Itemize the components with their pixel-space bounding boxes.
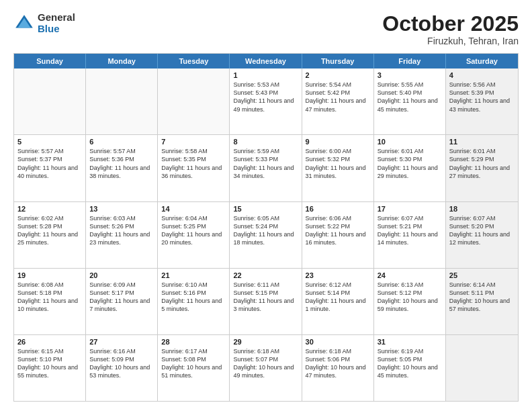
subtitle: Firuzkuh, Tehran, Iran [382,36,519,46]
day-cell: 11Sunrise: 6:01 AM Sunset: 5:29 PM Dayli… [446,135,518,201]
day-cell: 31Sunrise: 6:19 AM Sunset: 5:05 PM Dayli… [374,335,446,401]
day-header-friday: Friday [374,54,446,68]
day-cell: 21Sunrise: 6:10 AM Sunset: 5:16 PM Dayli… [158,269,230,334]
day-header-wednesday: Wednesday [230,54,302,68]
day-cell: 27Sunrise: 6:16 AM Sunset: 5:09 PM Dayli… [86,335,158,401]
day-cell: 19Sunrise: 6:08 AM Sunset: 5:18 PM Dayli… [14,269,86,334]
week-row-4: 19Sunrise: 6:08 AM Sunset: 5:18 PM Dayli… [14,268,518,334]
day-cell: 22Sunrise: 6:11 AM Sunset: 5:15 PM Dayli… [230,269,302,334]
day-number: 12 [17,205,82,213]
day-info: Sunrise: 6:07 AM Sunset: 5:21 PM Dayligh… [378,214,442,247]
week-row-5: 26Sunrise: 6:15 AM Sunset: 5:10 PM Dayli… [14,334,518,401]
header: General Blue October 2025 Firuzkuh, Tehr… [13,12,519,46]
day-number: 1 [233,71,298,79]
day-cell [14,68,86,134]
day-info: Sunrise: 6:00 AM Sunset: 5:32 PM Dayligh… [306,147,370,180]
day-info: Sunrise: 5:58 AM Sunset: 5:35 PM Dayligh… [161,147,226,180]
day-number: 26 [17,338,82,346]
calendar-body: 1Sunrise: 5:53 AM Sunset: 5:43 PM Daylig… [14,68,518,401]
day-cell: 7Sunrise: 5:58 AM Sunset: 5:35 PM Daylig… [158,135,230,201]
day-cell: 17Sunrise: 6:07 AM Sunset: 5:21 PM Dayli… [374,202,446,268]
day-cell: 13Sunrise: 6:03 AM Sunset: 5:26 PM Dayli… [86,202,158,268]
day-info: Sunrise: 6:01 AM Sunset: 5:30 PM Dayligh… [378,147,442,180]
day-cell: 16Sunrise: 6:06 AM Sunset: 5:22 PM Dayli… [302,202,374,268]
day-cell [86,68,158,134]
day-cell: 30Sunrise: 6:18 AM Sunset: 5:06 PM Dayli… [302,335,374,401]
day-number: 16 [306,205,370,213]
day-info: Sunrise: 5:56 AM Sunset: 5:39 PM Dayligh… [449,81,515,113]
logo: General Blue [13,12,75,34]
day-number: 11 [449,138,515,146]
day-cell: 25Sunrise: 6:14 AM Sunset: 5:11 PM Dayli… [446,269,518,334]
day-info: Sunrise: 5:59 AM Sunset: 5:33 PM Dayligh… [233,147,298,180]
day-number: 20 [89,271,154,279]
day-info: Sunrise: 6:18 AM Sunset: 5:06 PM Dayligh… [306,347,370,380]
calendar: SundayMondayTuesdayWednesdayThursdayFrid… [13,53,519,402]
day-cell: 26Sunrise: 6:15 AM Sunset: 5:10 PM Dayli… [14,335,86,401]
day-number: 25 [449,271,515,279]
day-number: 29 [233,338,298,346]
day-info: Sunrise: 6:17 AM Sunset: 5:08 PM Dayligh… [161,347,226,380]
day-number: 7 [161,138,226,146]
day-cell: 23Sunrise: 6:12 AM Sunset: 5:14 PM Dayli… [302,269,374,334]
day-cell: 4Sunrise: 5:56 AM Sunset: 5:39 PM Daylig… [446,68,518,134]
day-cell: 12Sunrise: 6:02 AM Sunset: 5:28 PM Dayli… [14,202,86,268]
logo-text: General Blue [38,12,75,34]
week-row-3: 12Sunrise: 6:02 AM Sunset: 5:28 PM Dayli… [14,201,518,268]
day-number: 9 [306,138,370,146]
day-cell: 28Sunrise: 6:17 AM Sunset: 5:08 PM Dayli… [158,335,230,401]
week-row-2: 5Sunrise: 5:57 AM Sunset: 5:37 PM Daylig… [14,134,518,201]
day-header-sunday: Sunday [14,54,86,68]
day-cell: 5Sunrise: 5:57 AM Sunset: 5:37 PM Daylig… [14,135,86,201]
day-cell: 8Sunrise: 5:59 AM Sunset: 5:33 PM Daylig… [230,135,302,201]
day-header-thursday: Thursday [302,54,374,68]
day-number: 17 [378,205,442,213]
day-number: 2 [306,71,370,79]
day-info: Sunrise: 6:10 AM Sunset: 5:16 PM Dayligh… [161,281,226,314]
day-header-monday: Monday [86,54,158,68]
day-info: Sunrise: 5:54 AM Sunset: 5:42 PM Dayligh… [306,81,370,113]
title-block: October 2025 Firuzkuh, Tehran, Iran [382,12,519,46]
day-info: Sunrise: 6:04 AM Sunset: 5:25 PM Dayligh… [161,214,226,247]
logo-general-label: General [38,12,75,24]
day-info: Sunrise: 6:16 AM Sunset: 5:09 PM Dayligh… [89,347,154,380]
day-info: Sunrise: 5:53 AM Sunset: 5:43 PM Dayligh… [233,81,298,113]
day-cell: 2Sunrise: 5:54 AM Sunset: 5:42 PM Daylig… [302,68,374,134]
day-info: Sunrise: 6:09 AM Sunset: 5:17 PM Dayligh… [89,281,154,314]
day-info: Sunrise: 5:57 AM Sunset: 5:36 PM Dayligh… [89,147,154,180]
logo-blue-label: Blue [38,24,75,35]
day-number: 21 [161,271,226,279]
week-row-1: 1Sunrise: 5:53 AM Sunset: 5:43 PM Daylig… [14,68,518,134]
day-number: 30 [306,338,370,346]
day-cell: 18Sunrise: 6:07 AM Sunset: 5:20 PM Dayli… [446,202,518,268]
day-cell: 9Sunrise: 6:00 AM Sunset: 5:32 PM Daylig… [302,135,374,201]
day-info: Sunrise: 6:19 AM Sunset: 5:05 PM Dayligh… [378,347,442,380]
day-number: 15 [233,205,298,213]
day-cell [158,68,230,134]
month-title: October 2025 [382,12,519,36]
day-info: Sunrise: 6:15 AM Sunset: 5:10 PM Dayligh… [17,347,82,380]
day-number: 24 [378,271,442,279]
day-info: Sunrise: 6:12 AM Sunset: 5:14 PM Dayligh… [306,281,370,314]
day-info: Sunrise: 6:08 AM Sunset: 5:18 PM Dayligh… [17,281,82,314]
day-info: Sunrise: 5:57 AM Sunset: 5:37 PM Dayligh… [17,147,82,180]
day-info: Sunrise: 6:18 AM Sunset: 5:07 PM Dayligh… [233,347,298,380]
day-number: 27 [89,338,154,346]
day-number: 5 [17,138,82,146]
day-number: 10 [378,138,442,146]
day-info: Sunrise: 6:13 AM Sunset: 5:12 PM Dayligh… [378,281,442,314]
day-number: 13 [89,205,154,213]
day-header-tuesday: Tuesday [158,54,230,68]
day-cell: 20Sunrise: 6:09 AM Sunset: 5:17 PM Dayli… [86,269,158,334]
day-info: Sunrise: 6:01 AM Sunset: 5:29 PM Dayligh… [449,147,515,180]
day-cell [446,335,518,401]
day-number: 3 [378,71,442,79]
day-number: 31 [378,338,442,346]
day-info: Sunrise: 6:06 AM Sunset: 5:22 PM Dayligh… [306,214,370,247]
day-number: 14 [161,205,226,213]
day-info: Sunrise: 6:07 AM Sunset: 5:20 PM Dayligh… [449,214,515,247]
day-cell: 15Sunrise: 6:05 AM Sunset: 5:24 PM Dayli… [230,202,302,268]
day-cell: 24Sunrise: 6:13 AM Sunset: 5:12 PM Dayli… [374,269,446,334]
day-info: Sunrise: 6:05 AM Sunset: 5:24 PM Dayligh… [233,214,298,247]
logo-icon [13,13,35,34]
